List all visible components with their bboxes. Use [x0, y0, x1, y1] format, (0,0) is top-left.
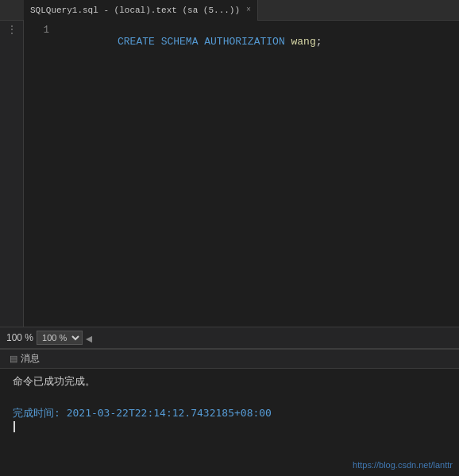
tab-bar: SQLQuery1.sql - (local).text (sa (5...))…	[0, 0, 459, 21]
identifier-wang: wang	[285, 36, 316, 48]
zoom-bar: 100 % 100 % 75 % 50 % 125 % 150 % ◄	[0, 327, 459, 349]
message-success: 命令已成功完成。	[13, 373, 453, 389]
messages-tab-label: 消息	[21, 352, 40, 366]
timestamp-value: 2021-03-22T22:14:12.7432185+08:00	[67, 407, 272, 419]
space	[155, 36, 161, 48]
semicolon: ;	[316, 36, 322, 48]
message-timestamp: 完成时间: 2021-03-22T22:14:12.7432185+08:00	[13, 405, 453, 421]
editor-container: ⋮ 1 CREATE SCHEMA AUTHORIZATION wang;	[0, 21, 459, 327]
line-number: 1	[30, 25, 49, 36]
results-panel: ▤ 消息 命令已成功完成。 完成时间: 2021-03-22T22:14:12.…	[0, 349, 459, 476]
tab-label: SQLQuery1.sql - (local).text (sa (5...))	[30, 6, 240, 15]
editor-tab[interactable]: SQLQuery1.sql - (local).text (sa (5...))…	[24, 0, 258, 21]
code-text: CREATE SCHEMA AUTHORIZATION wang;	[56, 24, 322, 60]
messages-tab-icon: ▤	[10, 354, 17, 364]
keyword-create: CREATE	[118, 36, 155, 48]
tab-close-button[interactable]: ×	[246, 6, 251, 14]
code-content[interactable]: 1 CREATE SCHEMA AUTHORIZATION wang;	[24, 21, 459, 327]
left-sidebar: ⋮	[0, 21, 24, 327]
zoom-dropdown[interactable]: 100 % 75 % 50 % 125 % 150 %	[37, 331, 83, 345]
sidebar-icon: ⋮	[7, 24, 17, 36]
messages-tab[interactable]: ▤ 消息	[6, 350, 43, 369]
zoom-value: 100 %	[6, 332, 33, 343]
results-content[interactable]: 命令已成功完成。 完成时间: 2021-03-22T22:14:12.74321…	[0, 369, 459, 476]
results-tabs: ▤ 消息	[0, 350, 459, 369]
scroll-left-icon[interactable]: ◄	[86, 333, 95, 342]
editor-area[interactable]: 1 CREATE SCHEMA AUTHORIZATION wang;	[24, 21, 459, 327]
keyword-schema: SCHEMA	[161, 36, 199, 48]
code-line-1: 1 CREATE SCHEMA AUTHORIZATION wang;	[30, 24, 453, 60]
text-cursor	[14, 421, 15, 432]
message-empty	[13, 389, 453, 405]
keyword-authorization: AUTHORIZATION	[204, 36, 284, 48]
timestamp-label: 完成时间:	[13, 407, 67, 419]
cursor-line	[13, 421, 453, 432]
